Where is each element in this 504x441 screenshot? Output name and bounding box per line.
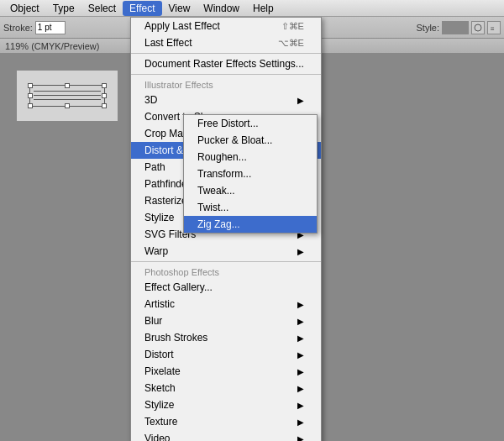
- handle-mr: [102, 93, 107, 98]
- handle-tm: [65, 83, 70, 88]
- menu-last-effect[interactable]: Last Effect ⌥⌘E: [131, 34, 321, 51]
- svg-text:≡: ≡: [491, 25, 495, 32]
- menu-roughen[interactable]: Roughen...: [184, 149, 317, 165]
- arrow-stylize-ps: ▶: [297, 401, 304, 410]
- arrow-distort-ps: ▶: [297, 350, 304, 360]
- arrow-warp: ▶: [297, 247, 304, 256]
- handle-tr: [102, 83, 107, 88]
- arrow-3d: ▶: [297, 96, 304, 105]
- arrow-brush: ▶: [297, 333, 304, 343]
- stroke-section: Stroke:: [3, 21, 66, 34]
- menu-brush-strokes[interactable]: Brush Strokes ▶: [131, 329, 321, 346]
- menu-select[interactable]: Select: [81, 1, 123, 16]
- canvas: [17, 71, 118, 121]
- menu-apply-last-effect[interactable]: Apply Last Effect ⇧⌘E: [131, 18, 321, 34]
- menu-zig-zag[interactable]: Zig Zag...: [184, 216, 317, 233]
- menu-document-raster[interactable]: Document Raster Effects Settings...: [131, 55, 321, 72]
- menu-texture[interactable]: Texture ▶: [131, 413, 321, 430]
- status-text: 119% (CMYK/Preview): [5, 41, 99, 51]
- menu-video[interactable]: Video ▶: [131, 430, 321, 441]
- style-label: Style:: [416, 23, 439, 33]
- arrow-pixelate: ▶: [297, 367, 304, 376]
- handle-ml: [28, 93, 33, 98]
- sep1: [131, 53, 321, 54]
- canvas-object[interactable]: [29, 85, 105, 107]
- menu-pixelate[interactable]: Pixelate ▶: [131, 363, 321, 380]
- menu-warp[interactable]: Warp ▶: [131, 243, 321, 260]
- menu-stylize-ps[interactable]: Stylize ▶: [131, 396, 321, 413]
- menu-3d[interactable]: 3D ▶: [131, 92, 321, 108]
- menu-effect[interactable]: Effect: [123, 1, 161, 16]
- object-line1: [34, 91, 101, 92]
- menu-help[interactable]: Help: [246, 1, 281, 16]
- menu-effect-gallery[interactable]: Effect Gallery...: [131, 279, 321, 296]
- handle-bl: [28, 103, 33, 108]
- menu-sketch[interactable]: Sketch ▶: [131, 380, 321, 396]
- menu-tweak[interactable]: Tweak...: [184, 182, 317, 199]
- arrow-sketch: ▶: [297, 384, 304, 393]
- handle-bm: [65, 103, 70, 108]
- style-options[interactable]: [471, 21, 485, 34]
- style-swatch[interactable]: [442, 21, 469, 34]
- menu-twist[interactable]: Twist...: [184, 199, 317, 216]
- style-section: Style: ≡: [416, 21, 501, 34]
- sep2: [131, 74, 321, 75]
- menu-view[interactable]: View: [162, 1, 197, 16]
- illustrator-effects-header: Illustrator Effects: [131, 76, 321, 92]
- menu-blur[interactable]: Blur ▶: [131, 312, 321, 329]
- menu-type[interactable]: Type: [46, 1, 81, 16]
- svg-point-0: [475, 24, 481, 31]
- distort-submenu: Free Distort... Pucker & Bloat... Roughe…: [183, 114, 318, 234]
- object-line3: [34, 99, 101, 100]
- handle-br: [102, 103, 107, 108]
- sep3: [131, 261, 321, 262]
- arrow-texture: ▶: [297, 417, 304, 427]
- menu-transform[interactable]: Transform...: [184, 165, 317, 182]
- menubar: Object Type Select Effect View Window He…: [0, 0, 504, 17]
- menu-pucker-bloat[interactable]: Pucker & Bloat...: [184, 132, 317, 149]
- arrow-artistic: ▶: [297, 300, 304, 309]
- menu-distort-ps[interactable]: Distort ▶: [131, 346, 321, 363]
- photoshop-effects-header: Photoshop Effects: [131, 264, 321, 279]
- menu-free-distort[interactable]: Free Distort...: [184, 115, 317, 132]
- arrow-blur: ▶: [297, 317, 304, 326]
- object-line2: [34, 95, 101, 96]
- handle-tl: [28, 83, 33, 88]
- stroke-input[interactable]: [35, 21, 66, 34]
- style-extra[interactable]: ≡: [487, 21, 501, 34]
- menu-artistic[interactable]: Artistic ▶: [131, 296, 321, 312]
- menu-object[interactable]: Object: [3, 1, 46, 16]
- menu-window[interactable]: Window: [197, 1, 246, 16]
- arrow-video: ▶: [297, 434, 304, 442]
- stroke-label: Stroke:: [3, 23, 33, 33]
